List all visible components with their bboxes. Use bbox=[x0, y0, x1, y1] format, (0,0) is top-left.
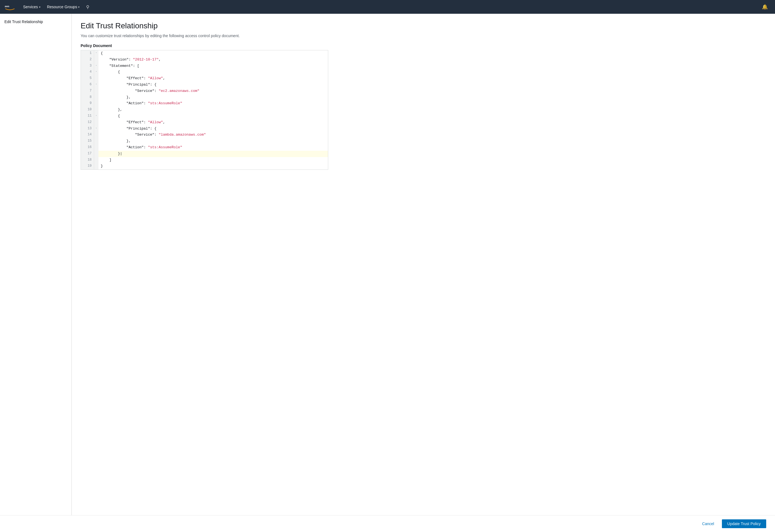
fold-icon bbox=[94, 138, 98, 144]
line-content: "Action": "sts:AssumeRole" bbox=[98, 100, 328, 107]
line-number: 9 bbox=[81, 100, 94, 107]
line-number: 10 bbox=[81, 107, 94, 113]
update-trust-policy-button[interactable]: Update Trust Policy bbox=[722, 519, 766, 528]
fold-icon bbox=[94, 144, 98, 151]
code-line-16: 16 "Action": "sts:AssumeRole" bbox=[81, 144, 328, 151]
fold-icon bbox=[94, 163, 98, 169]
code-line-3: 3- "Statement": [ bbox=[81, 63, 328, 69]
line-number: 3 bbox=[81, 63, 94, 69]
line-number: 14 bbox=[81, 132, 94, 138]
line-content: "Effect": "Allow", bbox=[98, 75, 328, 82]
line-content: }| bbox=[98, 151, 328, 157]
services-nav-button[interactable]: Services ▾ bbox=[21, 3, 43, 11]
code-line-19: 19} bbox=[81, 163, 328, 169]
code-line-18: 18 ] bbox=[81, 157, 328, 163]
line-content: }, bbox=[98, 138, 328, 144]
line-content: "Principal": { bbox=[98, 82, 328, 88]
code-line-17: 17 }| bbox=[81, 151, 328, 157]
pin-icon[interactable]: ⚲ bbox=[84, 3, 92, 11]
fold-icon bbox=[94, 75, 98, 82]
code-line-11: 11- { bbox=[81, 113, 328, 119]
code-line-4: 4- { bbox=[81, 69, 328, 75]
code-line-12: 12 "Effect": "Allow", bbox=[81, 119, 328, 126]
code-line-7: 7 "Service": "ec2.amazonaws.com" bbox=[81, 88, 328, 94]
fold-icon[interactable]: - bbox=[94, 63, 98, 69]
services-label: Services bbox=[23, 5, 38, 9]
fold-icon bbox=[94, 151, 98, 157]
resource-groups-nav-button[interactable]: Resource Groups ▾ bbox=[45, 3, 82, 11]
line-number: 15 bbox=[81, 138, 94, 144]
line-number: 2 bbox=[81, 57, 94, 63]
code-line-1: 1-{ bbox=[81, 50, 328, 57]
code-line-5: 5 "Effect": "Allow", bbox=[81, 75, 328, 82]
resource-groups-label: Resource Groups bbox=[47, 5, 77, 9]
line-number: 6 bbox=[81, 82, 94, 88]
svg-text:aws: aws bbox=[5, 5, 9, 8]
code-editor[interactable]: 1-{2 "Version": "2012-10-17",3- "Stateme… bbox=[81, 50, 328, 170]
fold-icon bbox=[94, 88, 98, 94]
line-number: 16 bbox=[81, 144, 94, 151]
code-line-9: 9 "Action": "sts:AssumeRole" bbox=[81, 100, 328, 107]
services-chevron-icon: ▾ bbox=[39, 6, 40, 9]
top-navigation: aws Services ▾ Resource Groups ▾ ⚲ 🔔 bbox=[0, 0, 775, 14]
fold-icon[interactable]: - bbox=[94, 126, 98, 132]
footer-bar: Cancel Update Trust Policy bbox=[0, 515, 775, 532]
fold-icon[interactable]: - bbox=[94, 82, 98, 88]
line-content: } bbox=[98, 163, 328, 169]
line-number: 13 bbox=[81, 126, 94, 132]
cancel-button[interactable]: Cancel bbox=[698, 519, 719, 528]
code-line-2: 2 "Version": "2012-10-17", bbox=[81, 57, 328, 63]
policy-document-label: Policy Document bbox=[81, 43, 766, 48]
resource-groups-chevron-icon: ▾ bbox=[78, 6, 79, 9]
line-number: 12 bbox=[81, 119, 94, 126]
page-description: You can customize trust relationships by… bbox=[81, 34, 766, 38]
fold-icon bbox=[94, 57, 98, 63]
sidebar: Edit Trust Relationship bbox=[0, 14, 71, 532]
line-number: 11 bbox=[81, 113, 94, 119]
fold-icon bbox=[94, 100, 98, 107]
fold-icon bbox=[94, 132, 98, 138]
line-number: 1 bbox=[81, 50, 94, 57]
fold-icon[interactable]: - bbox=[94, 50, 98, 57]
line-number: 17 bbox=[81, 151, 94, 157]
fold-icon bbox=[94, 94, 98, 101]
fold-icon bbox=[94, 119, 98, 126]
code-line-15: 15 }, bbox=[81, 138, 328, 144]
line-content: { bbox=[98, 50, 328, 57]
code-line-14: 14 "Service": "lambda.amazonaws.com" bbox=[81, 132, 328, 138]
line-content: "Action": "sts:AssumeRole" bbox=[98, 144, 328, 151]
line-number: 19 bbox=[81, 163, 94, 169]
code-line-10: 10 }, bbox=[81, 107, 328, 113]
line-content: "Statement": [ bbox=[98, 63, 328, 69]
line-content: }, bbox=[98, 107, 328, 113]
line-content: "Version": "2012-10-17", bbox=[98, 57, 328, 63]
notifications-bell-icon[interactable]: 🔔 bbox=[759, 2, 771, 12]
page-layout: Edit Trust Relationship Edit Trust Relat… bbox=[0, 14, 775, 532]
line-content: }, bbox=[98, 94, 328, 101]
code-line-13: 13- "Principal": { bbox=[81, 126, 328, 132]
fold-icon bbox=[94, 107, 98, 113]
line-content: "Service": "ec2.amazonaws.com" bbox=[98, 88, 328, 94]
line-content: { bbox=[98, 69, 328, 75]
line-content: "Effect": "Allow", bbox=[98, 119, 328, 126]
line-content: "Principal": { bbox=[98, 126, 328, 132]
line-number: 18 bbox=[81, 157, 94, 163]
line-content: "Service": "lambda.amazonaws.com" bbox=[98, 132, 328, 138]
line-number: 4 bbox=[81, 69, 94, 75]
code-line-6: 6- "Principal": { bbox=[81, 82, 328, 88]
line-number: 8 bbox=[81, 94, 94, 101]
line-content: { bbox=[98, 113, 328, 119]
fold-icon[interactable]: - bbox=[94, 69, 98, 75]
code-line-8: 8 }, bbox=[81, 94, 328, 101]
fold-icon[interactable]: - bbox=[94, 113, 98, 119]
aws-logo[interactable]: aws bbox=[4, 3, 15, 11]
line-number: 5 bbox=[81, 75, 94, 82]
page-title: Edit Trust Relationship bbox=[81, 21, 766, 30]
main-content: Edit Trust Relationship You can customiz… bbox=[71, 14, 775, 532]
line-content: ] bbox=[98, 157, 328, 163]
line-number: 7 bbox=[81, 88, 94, 94]
fold-icon bbox=[94, 157, 98, 163]
sidebar-title: Edit Trust Relationship bbox=[4, 20, 43, 24]
